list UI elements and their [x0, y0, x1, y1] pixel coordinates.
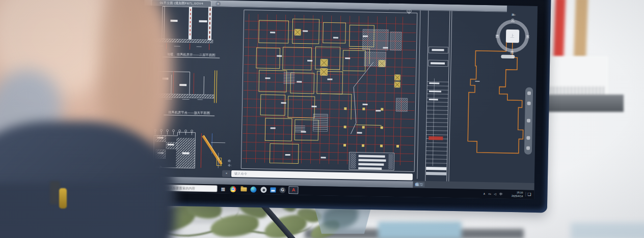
task-view-icon[interactable]: ▦ — [221, 186, 227, 192]
customize-icon[interactable]: ≡ — [415, 183, 417, 187]
chrome-icon[interactable] — [230, 186, 236, 192]
tray-expand-icon[interactable]: ∧ — [483, 191, 486, 197]
autocad-icon[interactable]: A — [288, 186, 298, 194]
desk-corner — [571, 223, 644, 238]
red-grid — [242, 14, 416, 165]
gold-pen-clip — [59, 188, 67, 209]
leaf-shadow — [323, 206, 358, 229]
white-device — [546, 56, 608, 99]
viewcube-east-label[interactable]: 东 — [525, 35, 531, 40]
app-circle-icon[interactable] — [260, 187, 266, 193]
building-footprint — [468, 39, 525, 154]
mail-icon[interactable] — [270, 187, 276, 192]
detail-diagonal-ramp — [201, 133, 225, 168]
photo-scene: 01平立面 (规划图F&7)_GOV4 + — □ × 北 东 西 南 上 — [0, 0, 644, 238]
person-jacket — [0, 183, 163, 238]
edge-icon[interactable] — [250, 187, 256, 193]
red-flag-stripe — [553, 0, 566, 61]
blue-object — [378, 222, 462, 238]
command-close-button[interactable]: × — [222, 170, 231, 177]
new-tab-button[interactable]: + — [216, 1, 221, 6]
leader-line — [351, 62, 373, 134]
viewcube-west-label[interactable]: 西 — [494, 34, 500, 39]
monitor: 01平立面 (规划图F&7)_GOV4 + — □ × 北 东 西 南 上 — [125, 0, 551, 213]
caption-detail-node: 排风机房节点——放大平面图 — [164, 110, 214, 116]
tray-display-icon[interactable]: ▭ — [488, 191, 491, 197]
pen-clip-dark — [50, 181, 60, 204]
cad-drawing-canvas[interactable] — [141, 0, 538, 199]
shelf — [538, 95, 624, 112]
wooden-pole — [574, 0, 588, 59]
file-explorer-icon[interactable] — [240, 187, 247, 191]
navbar-handle[interactable] — [501, 55, 515, 58]
sheet-border — [241, 5, 452, 181]
viewcube-top-face[interactable]: 上 — [506, 29, 519, 43]
file-tab[interactable]: 01平立面 (规划图F&7)_GOV4 — [151, 0, 211, 7]
tray-clock[interactable]: 15:10 2025/4/14 — [505, 191, 523, 198]
command-placeholder: 键入命令 — [234, 170, 247, 177]
viewcube-south-label[interactable]: 南 — [509, 50, 515, 55]
navigation-bar[interactable] — [524, 87, 533, 155]
stairs — [283, 73, 329, 133]
viewcube-north-label[interactable]: 北 — [510, 18, 516, 23]
tray-volume-icon[interactable]: ◁ — [494, 191, 496, 197]
cad-screen: 01平立面 (规划图F&7)_GOV4 + — □ × 北 东 西 南 上 — [141, 0, 538, 199]
tray-date-label: 2025/4/14 — [505, 194, 523, 198]
viewcube[interactable]: 北 东 西 南 上 — [495, 18, 530, 53]
tray-ime-indicator[interactable]: 中 — [499, 191, 503, 197]
title-block — [425, 49, 449, 175]
notes-table — [349, 152, 394, 170]
window-controls: — □ × — [512, 12, 535, 18]
g-app-icon[interactable]: G — [279, 187, 285, 193]
close-button[interactable]: × — [512, 12, 514, 17]
notification-center-icon[interactable]: ❏ — [525, 192, 530, 197]
